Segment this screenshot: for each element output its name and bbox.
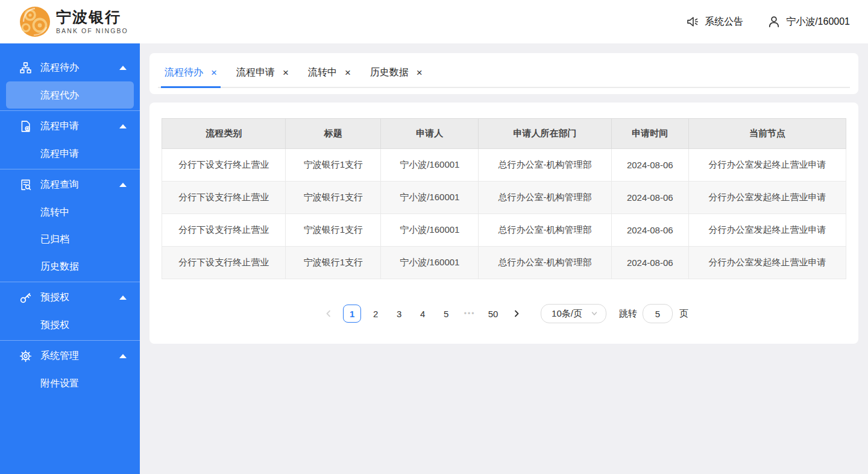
- cell-apply-time: 2024-08-06: [611, 247, 688, 279]
- user-name: 宁小波/160001: [786, 16, 850, 28]
- cell-category: 分行下设支行终止营业: [162, 149, 286, 182]
- cell-category: 分行下设支行终止营业: [162, 247, 286, 279]
- chevron-up-icon: [119, 66, 127, 70]
- key-icon: [19, 291, 32, 304]
- process-table: 流程类别 标题 申请人 申请人所在部门 申请时间 当前节点 分行下设支行终止营业…: [162, 118, 846, 279]
- main-content: 流程待办 × 流程申请 × 流转中 × 历史数据 ×: [140, 43, 868, 474]
- tab-label: 历史数据: [370, 66, 409, 79]
- top-header: 宁波银行 BANK OF NINGBO 系统公告: [0, 0, 868, 43]
- sidebar-item-attachment-settings[interactable]: 附件设置: [6, 370, 134, 397]
- user-icon: [767, 15, 781, 28]
- sidebar-group-process-query: 流程查询 流转中 已归档 历史数据: [0, 169, 140, 280]
- cell-title: 宁波银行1支行: [286, 182, 381, 214]
- column-header-department: 申请人所在部门: [479, 119, 611, 149]
- chevron-up-icon: [119, 354, 127, 358]
- page-number-5[interactable]: 5: [437, 305, 455, 323]
- tab-process-todo[interactable]: 流程待办 ×: [165, 58, 217, 87]
- chevron-up-icon: [119, 183, 127, 187]
- jump-suffix: 页: [679, 308, 688, 320]
- tab-process-apply[interactable]: 流程申请 ×: [236, 58, 289, 87]
- table-row[interactable]: 分行下设支行终止营业 宁波银行1支行 宁小波/160001 总行办公室-机构管理…: [162, 149, 846, 182]
- jump-label: 跳转: [619, 308, 637, 320]
- more-pages-ellipsis[interactable]: •••: [461, 309, 479, 318]
- cell-applicant: 宁小波/160001: [381, 247, 479, 279]
- chevron-down-icon: [591, 310, 598, 317]
- table-header-row: 流程类别 标题 申请人 申请人所在部门 申请时间 当前节点: [162, 119, 846, 149]
- cell-department: 总行办公室-机构管理部: [479, 182, 611, 214]
- app-root: 宁波银行 BANK OF NINGBO 系统公告: [0, 0, 868, 474]
- page-number-1[interactable]: 1: [343, 305, 361, 323]
- cell-current-node: 分行办公室发起终止营业申请: [688, 247, 846, 279]
- page-number-4[interactable]: 4: [414, 305, 432, 323]
- table-row[interactable]: 分行下设支行终止营业 宁波银行1支行 宁小波/160001 总行办公室-机构管理…: [162, 182, 846, 214]
- column-header-applicant: 申请人: [381, 119, 479, 149]
- sidebar-group-label: 流程申请: [40, 120, 79, 133]
- file-search-icon: [19, 179, 32, 191]
- pagination: 1 2 3 4 5 ••• 50 10条/页 跳转 页: [162, 304, 846, 323]
- column-header-current-node: 当前节点: [688, 119, 846, 149]
- gear-icon: [19, 350, 32, 362]
- column-header-category: 流程类别: [162, 119, 286, 149]
- sidebar-item-history-data[interactable]: 历史数据: [6, 253, 134, 280]
- column-header-apply-time: 申请时间: [611, 119, 688, 149]
- cell-title: 宁波银行1支行: [286, 149, 381, 182]
- sidebar: 流程待办 流程代办 流程申请 流程申请: [0, 43, 140, 474]
- sidebar-group-process-todo: 流程待办 流程代办: [0, 54, 140, 109]
- column-header-title: 标题: [286, 119, 381, 149]
- cell-apply-time: 2024-08-06: [611, 214, 688, 247]
- cell-department: 总行办公室-机构管理部: [479, 247, 611, 279]
- sidebar-group-label: 预授权: [40, 291, 69, 304]
- close-icon[interactable]: ×: [345, 68, 351, 78]
- sidebar-item-in-transit[interactable]: 流转中: [6, 198, 134, 226]
- tab-history-data[interactable]: 历史数据 ×: [370, 58, 423, 87]
- next-page-button[interactable]: [508, 305, 526, 323]
- chevron-up-icon: [119, 124, 127, 128]
- sidebar-item-archived[interactable]: 已归档: [6, 226, 134, 253]
- bank-logo: 宁波银行 BANK OF NINGBO: [20, 7, 128, 37]
- close-icon[interactable]: ×: [417, 68, 423, 78]
- tab-bar: 流程待办 × 流程申请 × 流转中 × 历史数据 ×: [158, 58, 850, 88]
- cell-applicant: 宁小波/160001: [381, 182, 479, 214]
- user-menu[interactable]: 宁小波/160001: [767, 15, 850, 28]
- bank-logo-icon: [20, 7, 50, 37]
- cell-category: 分行下设支行终止营业: [162, 182, 286, 214]
- cell-applicant: 宁小波/160001: [381, 214, 479, 247]
- table-row[interactable]: 分行下设支行终止营业 宁波银行1支行 宁小波/160001 总行办公室-机构管理…: [162, 214, 846, 247]
- page-number-3[interactable]: 3: [390, 305, 408, 323]
- sidebar-group-header-process-query[interactable]: 流程查询: [0, 171, 140, 198]
- table-row[interactable]: 分行下设支行终止营业 宁波银行1支行 宁小波/160001 总行办公室-机构管理…: [162, 247, 846, 279]
- table-card: 流程类别 标题 申请人 申请人所在部门 申请时间 当前节点 分行下设支行终止营业…: [149, 103, 858, 344]
- page-size-value: 10条/页: [552, 308, 582, 320]
- page-number-2[interactable]: 2: [366, 305, 385, 323]
- tabs-card: 流程待办 × 流程申请 × 流转中 × 历史数据 ×: [149, 53, 858, 94]
- sidebar-group-header-pre-auth[interactable]: 预授权: [0, 284, 140, 311]
- sidebar-group-label: 流程待办: [40, 62, 79, 74]
- org-chart-icon: [19, 62, 32, 74]
- cell-apply-time: 2024-08-06: [611, 149, 688, 182]
- tab-label: 流程待办: [165, 66, 203, 79]
- sidebar-group-label: 流程查询: [40, 179, 79, 191]
- page-size-select[interactable]: 10条/页: [541, 304, 606, 323]
- header-actions: 系统公告 宁小波/160001: [686, 15, 850, 28]
- sidebar-group-label: 系统管理: [40, 350, 79, 362]
- sidebar-item-pre-auth[interactable]: 预授权: [6, 311, 134, 338]
- close-icon[interactable]: ×: [211, 68, 217, 78]
- tab-in-transit[interactable]: 流转中 ×: [308, 58, 351, 87]
- sidebar-group-header-process-apply[interactable]: 流程申请: [0, 113, 140, 140]
- cell-apply-time: 2024-08-06: [611, 182, 688, 214]
- cell-title: 宁波银行1支行: [286, 214, 381, 247]
- sidebar-group-header-system-manage[interactable]: 系统管理: [0, 343, 140, 370]
- cell-title: 宁波银行1支行: [286, 247, 381, 279]
- cell-current-node: 分行办公室发起终止营业申请: [688, 149, 846, 182]
- bank-name-cn: 宁波银行: [56, 9, 128, 25]
- sidebar-item-process-apply[interactable]: 流程申请: [6, 140, 134, 167]
- close-icon[interactable]: ×: [283, 68, 289, 78]
- sidebar-group-header-process-todo[interactable]: 流程待办: [0, 54, 140, 81]
- jump-page-input[interactable]: [643, 304, 673, 323]
- tab-label: 流转中: [308, 66, 337, 79]
- page-number-50[interactable]: 50: [484, 305, 502, 323]
- speaker-icon: [686, 15, 699, 28]
- system-announcement-button[interactable]: 系统公告: [686, 15, 743, 28]
- sidebar-item-process-delegate[interactable]: 流程代办: [6, 81, 134, 109]
- prev-page-button[interactable]: [319, 305, 338, 323]
